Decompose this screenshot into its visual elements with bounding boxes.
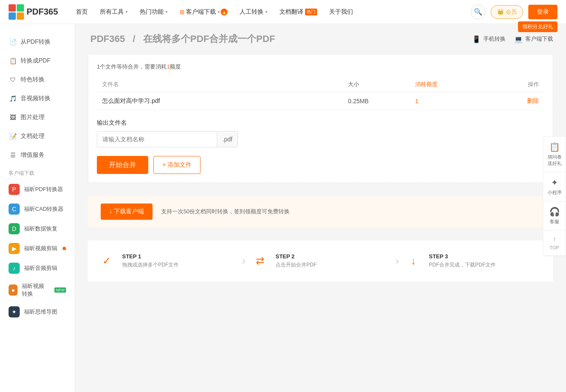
data-recovery-icon: D (9, 223, 20, 234)
sidebar-app-audio-edit[interactable]: ♪ 福昕音频剪辑 (0, 258, 75, 278)
col-header-action: 操作 (477, 77, 544, 92)
rs-miniapp[interactable]: ✦ 小程序 (543, 172, 566, 201)
new-badge: NEW (54, 287, 66, 293)
cad-converter-icon: C (9, 203, 20, 215)
title-actions: 📱 手机转换 💻 客户端下载 (472, 35, 553, 43)
step-arrow-2: › (391, 255, 403, 267)
sidebar-item-doc[interactable]: 📝 文档处理 (0, 127, 75, 146)
step3-icon: ↓ (403, 251, 424, 271)
logo-icon (9, 4, 24, 20)
nav-features[interactable]: 热门功能▾ (135, 0, 173, 24)
start-merge-button[interactable]: 开始合并 (97, 156, 148, 174)
layout: 📄 从PDF转换 📋 转换成PDF 🛡 特色转换 🎵 音视频转换 🖼 图片处理 … (0, 24, 566, 392)
main-content: PDF365 / 在线将多个PDF合并成一个PDF 📱 手机转换 💻 客户端下载… (75, 24, 566, 392)
step-arrow-1: › (238, 255, 250, 267)
col-header-size: 大小 (343, 77, 410, 92)
pdf-converter-icon: P (9, 184, 20, 195)
logo[interactable]: PDF365 (9, 4, 58, 20)
step1-desc: 拖拽或选择多个PDF文件 (122, 261, 179, 269)
sidebar-app-cad-converter[interactable]: C 福昕CAD转换器 (0, 199, 75, 219)
sidebar-app-data-recovery[interactable]: D 福昕数据恢复 (0, 219, 75, 239)
step-3: ↓ STEP 3 PDF合并完成，下载PDF文件 (403, 251, 545, 271)
sidebar-item-vip[interactable]: ☰ 增值服务 (0, 146, 75, 165)
nav-home[interactable]: 首页 (71, 0, 93, 24)
to-pdf-icon: 📋 (9, 57, 17, 65)
av-icon: 🎵 (9, 94, 17, 103)
mobile-icon: 📱 (472, 35, 481, 43)
hot-dot (63, 247, 66, 250)
vip-icon: 👑 (497, 9, 504, 15)
file-count-info: 1个文件等待合并，需要消耗1额度 (97, 63, 544, 71)
nav-about[interactable]: 关于我们 (324, 0, 358, 24)
step-1: ✓ STEP 1 拖拽或选择多个PDF文件 (96, 251, 238, 271)
sidebar-app-video-convert[interactable]: ● 福昕视频转换 NEW (0, 278, 75, 302)
col-header-quota: 消耗额度 (410, 77, 477, 92)
mindmap-icon: ✦ (9, 306, 20, 317)
top-arrow-icon: ↑ (553, 236, 556, 243)
fire-badge: 🔥 (221, 9, 228, 15)
vip-button[interactable]: 👑 会员 (491, 5, 523, 19)
step2-desc: 点击开始合并PDF (276, 261, 317, 269)
output-row: .pdf (97, 131, 544, 147)
add-file-button[interactable]: + 添加文件 (153, 156, 201, 174)
download-client-button[interactable]: ↓ 下载客户端 (101, 203, 153, 220)
miniapp-icon: ✦ (551, 177, 558, 188)
nav-translate[interactable]: 文档翻译 热门 (274, 0, 322, 24)
mobile-convert-btn[interactable]: 📱 手机转换 (472, 35, 506, 43)
delete-button[interactable]: 删除 (527, 97, 539, 104)
content-card: 1个文件等待合并，需要消耗1额度 文件名 大小 消耗额度 操作 怎么面对高中学习… (88, 54, 553, 183)
rs-top[interactable]: ↑ TOP (543, 230, 566, 256)
download-icon: ⊞ (180, 9, 185, 15)
sidebar-item-to-pdf[interactable]: 📋 转换成PDF (0, 51, 75, 70)
client-download-btn[interactable]: 💻 客户端下载 (514, 35, 553, 43)
bottom-banner: ↓ 下载客户端 支持一次50份文档同时转换，签到领额度可免费转换 (88, 196, 553, 227)
video-edit-icon: ▶ (9, 243, 20, 254)
banner-text: 支持一次50份文档同时转换，签到领额度可免费转换 (161, 208, 290, 215)
client-dl-icon: 💻 (514, 35, 523, 43)
sidebar-item-from-pdf[interactable]: 📄 从PDF转换 (0, 33, 75, 51)
right-sidebar: 📋 填问卷 送好礼 ✦ 小程序 🎧 客服 ↑ TOP (543, 136, 566, 256)
sidebar-item-special[interactable]: 🛡 特色转换 (0, 70, 75, 89)
step2-icon: ⇄ (250, 251, 270, 271)
video-convert-icon: ● (9, 284, 18, 296)
sidebar-app-mindmap[interactable]: ✦ 福昕思维导图 (0, 302, 75, 322)
sidebar-item-av[interactable]: 🎵 音视频转换 (0, 89, 75, 108)
sidebar-item-image[interactable]: 🖼 图片处理 (0, 108, 75, 127)
steps-row: ✓ STEP 1 拖拽或选择多个PDF文件 › ⇄ STEP 2 点击开始合并P… (88, 240, 553, 281)
gift-badge[interactable]: 领积分兑好礼 (518, 21, 557, 32)
search-button[interactable]: 🔍 (471, 5, 485, 19)
sidebar-app-video-edit[interactable]: ▶ 福昕视频剪辑 (0, 239, 75, 258)
file-name: 怎么面对高中学习.pdf (97, 92, 343, 111)
file-quota: 1 (410, 92, 477, 111)
rs-questionnaire[interactable]: 📋 填问卷 送好礼 (543, 137, 566, 172)
btn-row: 开始合并 + 添加文件 (97, 156, 544, 174)
doc-icon: 📝 (9, 132, 17, 141)
page-title-row: PDF365 / 在线将多个PDF合并成一个PDF 📱 手机转换 💻 客户端下载 (88, 33, 553, 45)
step3-desc: PDF合并完成，下载PDF文件 (429, 261, 496, 269)
logo-text: PDF365 (27, 7, 58, 17)
step3-num: STEP 3 (429, 253, 496, 260)
header-right: 🔍 👑 会员 登录 领积分兑好礼 (471, 5, 557, 19)
sidebar-app-pdf-converter[interactable]: P 福昕PDF转换器 (0, 180, 75, 199)
table-row: 怎么面对高中学习.pdf 0.25MB 1 删除 (97, 92, 544, 111)
rs-support[interactable]: 🎧 客服 (543, 201, 566, 230)
sidebar: 📄 从PDF转换 📋 转换成PDF 🛡 特色转换 🎵 音视频转换 🖼 图片处理 … (0, 24, 75, 392)
file-size: 0.25MB (343, 92, 410, 111)
from-pdf-icon: 📄 (9, 38, 17, 46)
nav-tools[interactable]: 所有工具▾ (95, 0, 133, 24)
header: PDF365 首页 所有工具▾ 热门功能▾ ⊞ 客户端下载 ▾ 🔥 人工转换▾ … (0, 0, 566, 24)
support-icon: 🎧 (549, 206, 560, 217)
login-button[interactable]: 登录 (528, 5, 557, 19)
file-table: 文件名 大小 消耗额度 操作 怎么面对高中学习.pdf 0.25MB 1 删除 (97, 77, 544, 111)
step-2: ⇄ STEP 2 点击开始合并PDF (250, 251, 391, 271)
page-title: PDF365 / 在线将多个PDF合并成一个PDF (88, 33, 278, 45)
questionnaire-icon: 📋 (549, 142, 560, 152)
nav-manual[interactable]: 人工转换▾ (234, 0, 273, 24)
step1-num: STEP 1 (122, 253, 179, 260)
col-header-name: 文件名 (97, 77, 343, 92)
step1-icon: ✓ (96, 251, 117, 271)
output-filename-input[interactable] (97, 131, 217, 147)
nav-download[interactable]: ⊞ 客户端下载 ▾ 🔥 (174, 0, 233, 24)
nav: 首页 所有工具▾ 热门功能▾ ⊞ 客户端下载 ▾ 🔥 人工转换▾ 文档翻译 热门… (71, 0, 471, 24)
audio-edit-icon: ♪ (9, 263, 20, 274)
